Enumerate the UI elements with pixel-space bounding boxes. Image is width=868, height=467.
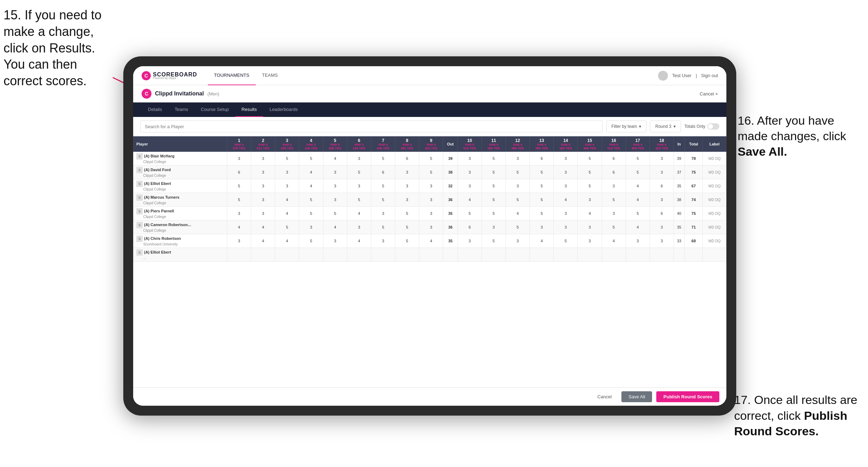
hole-11-score[interactable]: [482, 248, 506, 262]
nav-tournaments[interactable]: TOURNAMENTS: [208, 66, 256, 85]
wd-label[interactable]: WD: [708, 212, 714, 216]
hole-4-score[interactable]: 4: [299, 179, 323, 193]
hole-6-score[interactable]: [347, 248, 371, 262]
hole-5-score[interactable]: [323, 248, 347, 262]
hole-5-score[interactable]: 3: [323, 179, 347, 193]
hole-8-score[interactable]: 5: [395, 234, 419, 248]
hole-14-score[interactable]: 3: [554, 152, 578, 166]
hole-7-score[interactable]: [371, 248, 395, 262]
hole-15-score[interactable]: 3: [578, 220, 602, 234]
hole-14-score[interactable]: 3: [554, 166, 578, 179]
hole-6-score[interactable]: 3: [347, 152, 371, 166]
hole-17-score[interactable]: 5: [626, 166, 650, 179]
hole-4-score[interactable]: 4: [299, 166, 323, 179]
hole-3-score[interactable]: 5: [275, 152, 299, 166]
hole-16-score[interactable]: 6: [602, 152, 626, 166]
hole-6-score[interactable]: 4: [347, 207, 371, 220]
hole-2-score[interactable]: 3: [251, 152, 275, 166]
hole-13-score[interactable]: 5: [530, 179, 554, 193]
hole-11-score[interactable]: 5: [482, 179, 506, 193]
dq-label[interactable]: DQ: [715, 184, 721, 188]
hole-13-score[interactable]: 3: [530, 220, 554, 234]
hole-5-score[interactable]: 3: [323, 193, 347, 207]
hole-17-score[interactable]: [626, 248, 650, 262]
hole-12-score[interactable]: 3: [506, 234, 529, 248]
hole-9-score[interactable]: 3: [419, 207, 443, 220]
hole-1-score[interactable]: 6: [227, 166, 251, 179]
hole-16-score[interactable]: 4: [602, 234, 626, 248]
hole-12-score[interactable]: 3: [506, 152, 529, 166]
hole-1-score[interactable]: 4: [227, 220, 251, 234]
hole-12-score[interactable]: 5: [506, 193, 529, 207]
hole-10-score[interactable]: 4: [458, 193, 482, 207]
hole-2-score[interactable]: 4: [251, 220, 275, 234]
hole-2-score[interactable]: 3: [251, 179, 275, 193]
hole-2-score[interactable]: 3: [251, 207, 275, 220]
hole-9-score[interactable]: 3: [419, 193, 443, 207]
hole-13-score[interactable]: 5: [530, 207, 554, 220]
hole-9-score[interactable]: 4: [419, 234, 443, 248]
hole-18-score[interactable]: 6: [650, 179, 674, 193]
hole-12-score[interactable]: 3: [506, 179, 529, 193]
hole-5-score[interactable]: 3: [323, 234, 347, 248]
hole-2-score[interactable]: 4: [251, 234, 275, 248]
hole-6-score[interactable]: 5: [347, 193, 371, 207]
dq-label[interactable]: DQ: [715, 198, 721, 202]
dq-label[interactable]: DQ: [715, 239, 721, 243]
hole-18-score[interactable]: 3: [650, 220, 674, 234]
hole-9-score[interactable]: [419, 248, 443, 262]
hole-13-score[interactable]: 5: [530, 193, 554, 207]
hole-8-score[interactable]: [395, 248, 419, 262]
hole-1-score[interactable]: 3: [227, 152, 251, 166]
hole-7-score[interactable]: 6: [371, 166, 395, 179]
wd-label[interactable]: WD: [708, 198, 714, 202]
hole-7-score[interactable]: 3: [371, 207, 395, 220]
hole-8-score[interactable]: 5: [395, 220, 419, 234]
hole-11-score[interactable]: 5: [482, 166, 506, 179]
hole-13-score[interactable]: 5: [530, 166, 554, 179]
hole-5-score[interactable]: 4: [323, 152, 347, 166]
hole-2-score[interactable]: [251, 248, 275, 262]
hole-18-score[interactable]: 3: [650, 166, 674, 179]
wd-label[interactable]: WD: [708, 184, 714, 188]
hole-5-score[interactable]: 3: [323, 166, 347, 179]
round-button[interactable]: Round 3 ▾: [650, 120, 681, 132]
wd-label[interactable]: WD: [708, 157, 714, 161]
tab-details[interactable]: Details: [142, 102, 168, 117]
hole-6-score[interactable]: 5: [347, 166, 371, 179]
hole-1-score[interactable]: 3: [227, 234, 251, 248]
hole-6-score[interactable]: 4: [347, 234, 371, 248]
hole-4-score[interactable]: [299, 248, 323, 262]
hole-9-score[interactable]: 3: [419, 179, 443, 193]
hole-11-score[interactable]: 5: [482, 234, 506, 248]
hole-12-score[interactable]: [506, 248, 529, 262]
hole-8-score[interactable]: 3: [395, 179, 419, 193]
dq-label[interactable]: DQ: [715, 157, 721, 161]
nav-teams[interactable]: TEAMS: [256, 66, 284, 85]
hole-9-score[interactable]: 3: [419, 220, 443, 234]
hole-4-score[interactable]: 5: [299, 207, 323, 220]
tab-teams[interactable]: Teams: [168, 102, 194, 117]
hole-15-score[interactable]: 5: [578, 152, 602, 166]
hole-7-score[interactable]: 5: [371, 220, 395, 234]
hole-1-score[interactable]: 5: [227, 193, 251, 207]
wd-label[interactable]: WD: [708, 225, 714, 229]
filter-button[interactable]: Filter by team ▾: [606, 120, 647, 132]
wd-label[interactable]: WD: [708, 239, 714, 243]
hole-2-score[interactable]: 3: [251, 193, 275, 207]
tab-course-setup[interactable]: Course Setup: [194, 102, 235, 117]
hole-11-score[interactable]: 5: [482, 193, 506, 207]
hole-14-score[interactable]: 3: [554, 179, 578, 193]
wd-label[interactable]: WD: [708, 170, 714, 174]
hole-10-score[interactable]: [458, 248, 482, 262]
hole-10-score[interactable]: 3: [458, 166, 482, 179]
hole-15-score[interactable]: 3: [578, 234, 602, 248]
hole-16-score[interactable]: 3: [602, 179, 626, 193]
hole-4-score[interactable]: 5: [299, 193, 323, 207]
hole-4-score[interactable]: 5: [299, 152, 323, 166]
hole-12-score[interactable]: 5: [506, 220, 529, 234]
hole-14-score[interactable]: 4: [554, 193, 578, 207]
hole-17-score[interactable]: 4: [626, 179, 650, 193]
hole-3-score[interactable]: [275, 248, 299, 262]
hole-10-score[interactable]: 3: [458, 152, 482, 166]
